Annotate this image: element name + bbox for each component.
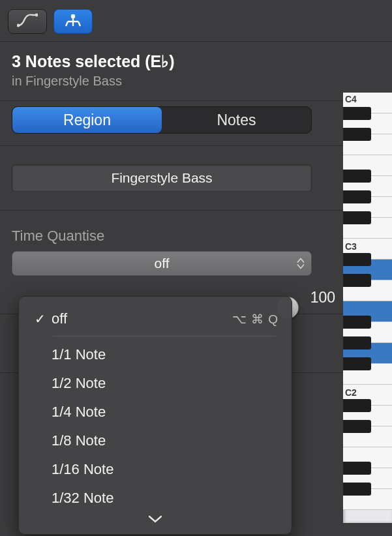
menu-item[interactable]: 1/16 Note	[19, 455, 292, 484]
piano-ruler[interactable]: C4 C3 C2	[343, 93, 392, 523]
selection-title: 3 Notes selected (E♭)	[12, 52, 380, 71]
menu-item-label: 1/2 Note	[52, 375, 279, 392]
menu-more-button[interactable]	[19, 513, 292, 530]
updown-arrows-icon	[297, 258, 305, 269]
time-quantise-value: off	[12, 256, 311, 271]
checkmark-icon: ✓	[35, 311, 52, 327]
quantise-strength-value[interactable]: 100	[303, 289, 335, 306]
menu-item[interactable]: 1/4 Note	[19, 398, 292, 426]
menu-item-label: 1/8 Note	[52, 432, 279, 449]
menu-item[interactable]: 1/2 Note	[19, 369, 292, 398]
menu-item[interactable]: 1/8 Note	[19, 426, 292, 455]
tab-notes[interactable]: Notes	[162, 107, 311, 133]
selection-header: 3 Notes selected (E♭) in Fingerstyle Bas…	[0, 42, 392, 101]
automation-toggle-button[interactable]	[8, 9, 47, 34]
svg-line-5	[66, 22, 68, 26]
inspector-toolbar	[0, 0, 392, 42]
quantise-menu: ✓ off ⌥ ⌘ Q 1/1 Note 1/2 Note 1/4 Note 1…	[18, 296, 292, 535]
svg-point-2	[71, 14, 75, 18]
menu-item-off[interactable]: ✓ off ⌥ ⌘ Q	[19, 305, 292, 333]
svg-point-1	[35, 13, 38, 16]
piano-label-c3: C3	[345, 241, 357, 252]
time-quantise-popup[interactable]: off	[12, 251, 312, 276]
menu-item-label: off	[52, 310, 232, 327]
menu-item-label: 1/4 Note	[52, 404, 279, 421]
menu-item-label: 1/16 Note	[52, 461, 279, 478]
region-name-field[interactable]: Fingerstyle Bass	[12, 164, 312, 192]
chevron-down-icon	[148, 514, 162, 526]
svg-line-7	[78, 22, 80, 26]
piano-label-c2: C2	[345, 387, 357, 398]
tab-notes-label: Notes	[217, 112, 256, 129]
menu-item-shortcut: ⌥ ⌘ Q	[232, 312, 279, 327]
midi-input-icon	[63, 12, 83, 31]
menu-item[interactable]: 1/1 Note	[19, 340, 292, 369]
midi-input-toggle-button[interactable]	[53, 9, 93, 34]
tab-region[interactable]: Region	[12, 107, 162, 133]
inspector-panel: 3 Notes selected (E♭) in Fingerstyle Bas…	[0, 0, 392, 536]
segmented-control: Region Notes	[12, 106, 312, 134]
menu-item[interactable]: 1/32 Note	[19, 484, 292, 513]
time-quantise-label: Time Quantise	[12, 228, 380, 245]
tab-region-label: Region	[63, 112, 111, 129]
menu-separator	[53, 336, 276, 336]
svg-point-0	[17, 23, 20, 27]
region-name-row: Fingerstyle Bass	[0, 146, 392, 211]
selection-subtitle: in Fingerstyle Bass	[12, 74, 380, 89]
segmented-wrap: Region Notes	[0, 101, 392, 146]
region-name-value: Fingerstyle Bass	[111, 170, 212, 186]
automation-curve-icon	[17, 12, 38, 31]
menu-item-label: 1/32 Note	[52, 490, 279, 507]
menu-item-label: 1/1 Note	[52, 346, 279, 363]
piano-label-c4: C4	[345, 94, 357, 104]
